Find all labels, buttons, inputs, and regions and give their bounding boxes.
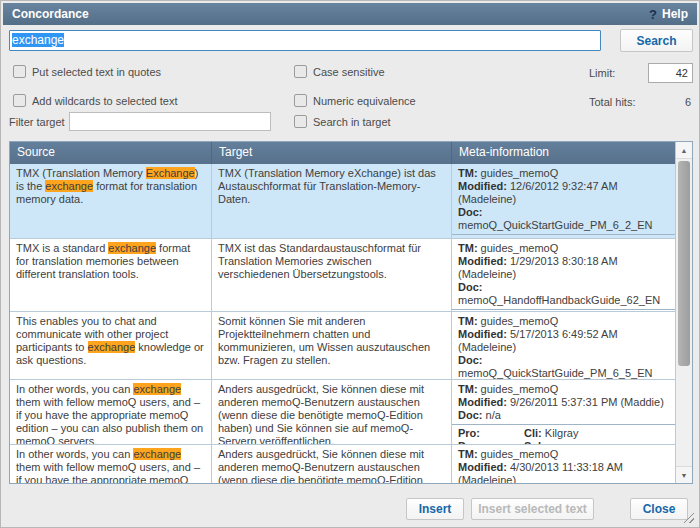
table-header: Source Target Meta-information	[10, 142, 675, 164]
search-in-target-checkbox[interactable]	[294, 115, 307, 128]
meta-detail-block: Pro: Cli: kilgray Dom: Sub:	[452, 234, 675, 238]
meta-cell: TM: guides_memoQ Modified: 4/30/2013 11:…	[452, 445, 675, 483]
table-row[interactable]: This enables you to chat and communicate…	[10, 312, 675, 380]
option-numeric-equivalence: Numeric equivalence	[294, 94, 416, 107]
meta-detail-block: Pro: Cli: kilgray Dom: Sub:	[452, 309, 675, 311]
search-input[interactable]: exchange	[9, 30, 601, 51]
wildcards-label: Add wildcards to selected text	[32, 95, 178, 107]
total-hits-value: 6	[641, 96, 691, 108]
meta-top-block: TM: guides_memoQ Modified: 5/17/2013 6:4…	[452, 312, 675, 379]
table-row[interactable]: In other words, you can exchange them wi…	[10, 445, 675, 483]
close-button[interactable]: Close	[630, 498, 688, 520]
insert-selected-text-button[interactable]: Insert selected text	[471, 498, 594, 520]
source-cell: TMX is a standard exchange format for tr…	[10, 239, 212, 311]
case-sensitive-checkbox[interactable]	[294, 65, 307, 78]
source-cell: In other words, you can exchange them wi…	[10, 445, 212, 483]
table-row[interactable]: TMX (Translation Memory Exchange) is the…	[10, 164, 675, 239]
search-input-selected-text: exchange	[12, 33, 64, 47]
limit-label: Limit:	[589, 67, 615, 79]
target-cell: Anders ausgedrückt, Sie können diese mit…	[212, 445, 452, 483]
meta-top-block: TM: guides_memoQ Modified: 9/26/2011 5:3…	[452, 380, 675, 424]
meta-top-block: TM: guides_memoQ Modified: 12/6/2012 9:3…	[452, 164, 675, 234]
target-cell: Somit können Sie mit anderen Projektteil…	[212, 312, 452, 379]
help-button[interactable]: ? Help	[649, 7, 688, 22]
search-in-target-label: Search in target	[313, 116, 391, 128]
dialog-title: Concordance	[12, 7, 89, 21]
meta-cell: TM: guides_memoQ Modified: 9/26/2011 5:3…	[452, 380, 675, 444]
table-row[interactable]: TMX is a standard exchange format for tr…	[10, 239, 675, 312]
quotes-label: Put selected text in quotes	[32, 66, 161, 78]
limit-input[interactable]: 42	[648, 63, 693, 83]
total-hits-label: Total hits:	[589, 96, 635, 108]
source-cell: This enables you to chat and communicate…	[10, 312, 212, 379]
insert-button[interactable]: Insert	[406, 498, 464, 520]
numeric-equivalence-label: Numeric equivalence	[313, 95, 416, 107]
header-source[interactable]: Source	[10, 142, 212, 164]
help-label: Help	[662, 7, 688, 21]
option-wildcards: Add wildcards to selected text	[13, 94, 178, 107]
target-cell: TMX (Translation Memory eXchange) ist da…	[212, 164, 452, 238]
meta-cell: TM: guides_memoQ Modified: 1/29/2013 8:3…	[452, 239, 675, 311]
results-table-columns: Source Target Meta-information TMX (Tran…	[10, 142, 675, 483]
scrollbar-thumb[interactable]	[678, 161, 690, 366]
source-cell: In other words, you can exchange them wi…	[10, 380, 212, 444]
scroll-down-icon[interactable]: ▼	[676, 466, 692, 483]
table-scrollbar[interactable]: ▲ ▼	[675, 142, 692, 483]
target-cell: TMX ist das Standardaustauschformat für …	[212, 239, 452, 311]
quotes-checkbox[interactable]	[13, 65, 26, 78]
meta-cell: TM: guides_memoQ Modified: 12/6/2012 9:3…	[452, 164, 675, 238]
option-quotes: Put selected text in quotes	[13, 65, 161, 78]
option-case-sensitive: Case sensitive	[294, 65, 385, 78]
results-table: Source Target Meta-information TMX (Tran…	[9, 141, 693, 484]
meta-cell: TM: guides_memoQ Modified: 5/17/2013 6:4…	[452, 312, 675, 379]
numeric-equivalence-checkbox[interactable]	[294, 94, 307, 107]
search-button[interactable]: Search	[620, 29, 693, 52]
meta-detail-block: Pro: Cli: Kilgray Dom: Sub:	[452, 424, 675, 444]
header-meta[interactable]: Meta-information	[452, 142, 675, 164]
filter-target-input[interactable]	[69, 112, 271, 131]
scroll-up-icon[interactable]: ▲	[676, 142, 692, 159]
case-sensitive-label: Case sensitive	[313, 66, 385, 78]
header-target[interactable]: Target	[212, 142, 452, 164]
concordance-dialog: Concordance ? Help exchange Search Put s…	[0, 0, 700, 528]
table-body: TMX (Translation Memory Exchange) is the…	[10, 164, 675, 483]
table-row[interactable]: In other words, you can exchange them wi…	[10, 380, 675, 445]
wildcards-checkbox[interactable]	[13, 94, 26, 107]
target-cell: Anders ausgedrückt, Sie können diese mit…	[212, 380, 452, 444]
help-icon: ?	[649, 7, 657, 22]
option-search-in-target: Search in target	[294, 115, 391, 128]
meta-top-block: TM: guides_memoQ Modified: 4/30/2013 11:…	[452, 445, 675, 483]
meta-top-block: TM: guides_memoQ Modified: 1/29/2013 8:3…	[452, 239, 675, 309]
filter-target-label: Filter target	[9, 116, 65, 128]
source-cell: TMX (Translation Memory Exchange) is the…	[10, 164, 212, 238]
title-bar: Concordance ? Help	[3, 3, 697, 25]
